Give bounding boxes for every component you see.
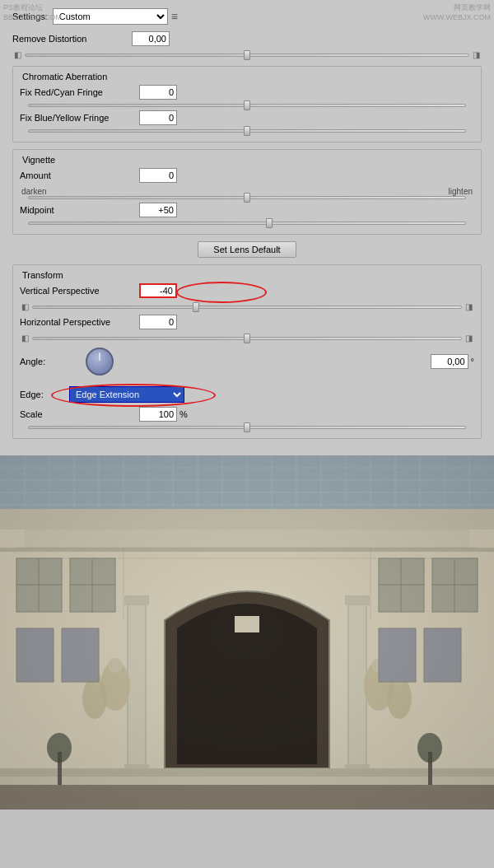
building-svg bbox=[0, 455, 494, 810]
vignette-amount-input[interactable] bbox=[139, 168, 177, 183]
remove-distortion-input[interactable] bbox=[132, 31, 170, 46]
scale-slider-row bbox=[20, 426, 474, 429]
slider-right-icon: ◨ bbox=[473, 50, 480, 59]
vertical-perspective-label: Vertical Perspective bbox=[20, 286, 139, 296]
fix-red-label: Fix Red/Cyan Fringe bbox=[20, 87, 139, 97]
slider-left-icon: ◧ bbox=[14, 50, 21, 59]
horizontal-perspective-track[interactable] bbox=[32, 337, 462, 340]
fix-blue-label: Fix Blue/Yellow Fringe bbox=[20, 113, 139, 123]
transform-group: Transform Vertical Perspective ◧ ◨ Horiz… bbox=[12, 264, 482, 439]
angle-unit: ° bbox=[471, 357, 474, 366]
vignette-amount-track[interactable] bbox=[28, 196, 466, 199]
vertical-perspective-input[interactable] bbox=[139, 283, 177, 298]
horizontal-perspective-label: Horizontal Perspective bbox=[20, 317, 139, 327]
vignette-midpoint-label: Midpoint bbox=[20, 205, 139, 215]
vignette-group: Vignette Amount darken lighten Midpoint bbox=[12, 149, 482, 235]
angle-dial[interactable] bbox=[86, 348, 114, 376]
remove-distortion-slider-row: ◧ ◨ bbox=[12, 50, 482, 59]
fix-red-row: Fix Red/Cyan Fringe bbox=[20, 85, 474, 100]
vignette-title: Vignette bbox=[20, 155, 474, 165]
fix-red-slider-row bbox=[20, 104, 474, 107]
vignette-amount-slider-row bbox=[20, 196, 474, 199]
vignette-amount-row: Amount bbox=[20, 168, 474, 183]
vignette-amount-label: Amount bbox=[20, 170, 139, 180]
hp-slider-left-icon: ◧ bbox=[21, 334, 29, 343]
horizontal-perspective-slider-row: ◧ ◨ bbox=[20, 334, 474, 343]
fix-blue-track[interactable] bbox=[28, 129, 466, 133]
remove-distortion-track[interactable] bbox=[25, 54, 469, 57]
fix-red-input[interactable] bbox=[139, 85, 177, 100]
watermark-left: PS教程论坛 BBS.16XX8.COM bbox=[3, 3, 62, 22]
chromatic-aberration-group: Chromatic Aberration Fix Red/Cyan Fringe… bbox=[12, 66, 482, 142]
vp-slider-left-icon: ◧ bbox=[21, 302, 29, 311]
fix-blue-input[interactable] bbox=[139, 110, 177, 125]
building-image bbox=[0, 455, 494, 810]
vertical-perspective-track[interactable] bbox=[32, 306, 462, 309]
settings-menu-icon[interactable]: ≡ bbox=[171, 10, 178, 23]
horizontal-perspective-thumb[interactable] bbox=[244, 334, 250, 343]
vignette-midpoint-input[interactable] bbox=[139, 203, 177, 217]
horizontal-perspective-input[interactable] bbox=[139, 315, 177, 329]
settings-select[interactable]: Custom bbox=[53, 8, 168, 25]
scale-label: Scale bbox=[20, 409, 139, 419]
vignette-amount-thumb[interactable] bbox=[244, 193, 250, 203]
remove-distortion-thumb[interactable] bbox=[244, 50, 250, 60]
edge-select[interactable]: Edge Extension Background Color Transpar… bbox=[69, 386, 184, 403]
svg-rect-71 bbox=[0, 455, 494, 810]
scale-row: Scale % bbox=[20, 407, 474, 422]
fix-red-thumb[interactable] bbox=[244, 100, 250, 110]
vertical-perspective-thumb[interactable] bbox=[193, 302, 199, 312]
remove-distortion-label: Remove Distortion bbox=[12, 34, 132, 44]
angle-dial-line bbox=[99, 352, 100, 361]
darken-label: darken bbox=[21, 187, 47, 196]
angle-input[interactable] bbox=[431, 354, 468, 369]
vignette-midpoint-track[interactable] bbox=[28, 222, 466, 225]
fix-blue-row: Fix Blue/Yellow Fringe bbox=[20, 110, 474, 125]
vignette-midpoint-thumb[interactable] bbox=[266, 218, 273, 228]
transform-title: Transform bbox=[20, 270, 474, 280]
fix-red-track[interactable] bbox=[28, 104, 466, 107]
angle-label: Angle: bbox=[20, 357, 86, 366]
scale-track[interactable] bbox=[28, 426, 466, 429]
settings-row: Settings: Custom ≡ bbox=[12, 8, 482, 25]
set-lens-default-button[interactable]: Set Lens Default bbox=[198, 241, 296, 258]
watermark-right: 网页教学网 WWW.WEBJX.COM bbox=[423, 3, 491, 22]
vp-slider-right-icon: ◨ bbox=[465, 302, 473, 311]
vignette-midpoint-row: Midpoint bbox=[20, 203, 474, 217]
angle-row: Angle: ° bbox=[20, 348, 474, 376]
top-panel: Settings: Custom ≡ Remove Distortion ◧ ◨… bbox=[0, 0, 494, 455]
fix-blue-slider-row bbox=[20, 129, 474, 133]
edge-label: Edge: bbox=[20, 390, 69, 399]
chromatic-aberration-title: Chromatic Aberration bbox=[20, 72, 474, 82]
remove-distortion-row: Remove Distortion bbox=[12, 31, 482, 46]
edge-row: Edge: Edge Extension Background Color Tr… bbox=[20, 386, 474, 403]
scale-unit: % bbox=[179, 409, 188, 419]
scale-thumb[interactable] bbox=[244, 422, 250, 432]
horizontal-perspective-row: Horizontal Perspective bbox=[20, 315, 474, 329]
hp-slider-right-icon: ◨ bbox=[465, 334, 473, 343]
vignette-midpoint-slider-row bbox=[20, 222, 474, 225]
fix-blue-thumb[interactable] bbox=[244, 126, 250, 136]
lighten-label: lighten bbox=[449, 187, 473, 196]
scale-input[interactable] bbox=[139, 407, 177, 422]
vertical-perspective-row: Vertical Perspective bbox=[20, 283, 474, 298]
vertical-perspective-slider-row: ◧ ◨ bbox=[20, 302, 474, 311]
